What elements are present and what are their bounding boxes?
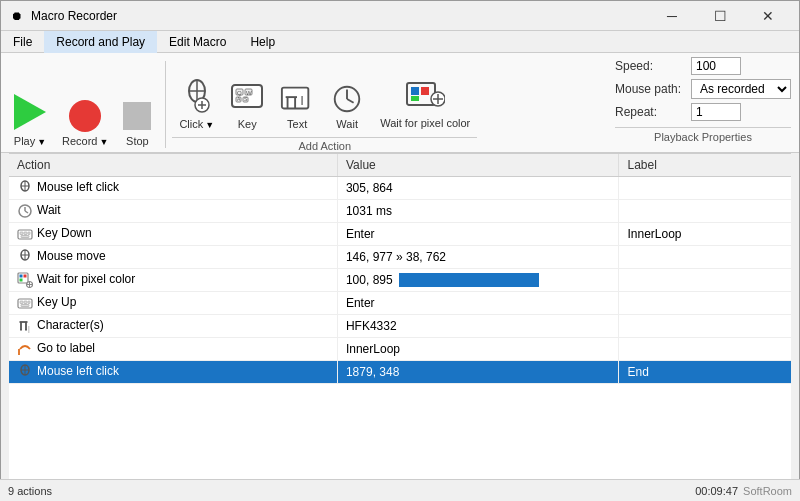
mouse-icon [17,364,33,380]
mouse-path-select[interactable]: As recorded Direct Curved [691,79,791,99]
color-bar [399,273,539,287]
svg-rect-41 [21,236,29,238]
table-row[interactable]: |Character(s)HFK4332 [9,315,791,338]
menu-help[interactable]: Help [238,31,287,53]
status-time-brand: 00:09:47 SoftRoom [695,485,792,497]
menu-edit-macro[interactable]: Edit Macro [157,31,238,53]
actions-count: 9 actions [8,485,52,497]
speed-label: Speed: [615,59,685,73]
play-dropdown-arrow: ▼ [37,137,46,147]
col-label: Label [619,154,791,177]
menu-file[interactable]: File [1,31,44,53]
click-dropdown-arrow: ▼ [205,120,214,130]
cell-action: Key Down [9,223,337,246]
svg-rect-46 [20,275,23,278]
record-label: Record [62,136,97,147]
table-row[interactable]: Key DownEnterInnerLoop [9,223,791,246]
record-dropdown-arrow: ▼ [99,137,108,147]
cell-action: Wait [9,200,337,223]
cell-value: 146, 977 » 38, 762 [337,246,619,269]
play-icon [14,90,46,134]
stop-button[interactable]: Stop [115,93,159,152]
cell-action: |Character(s) [9,315,337,338]
table-body: Mouse left click305, 864Wait1031 msKey D… [9,177,791,384]
click-label: Click [179,119,203,130]
mouse-path-row: Mouse path: As recorded Direct Curved [615,79,791,99]
svg-rect-47 [24,275,27,278]
mouse-path-label: Mouse path: [615,82,685,96]
click-icon [180,77,214,117]
cell-label [619,338,791,361]
status-time: 00:09:47 [695,485,738,497]
char-icon: | [17,318,33,334]
title-bar: ⏺ Macro Recorder ─ ☐ ✕ [1,1,799,31]
table-row[interactable]: Mouse left click305, 864 [9,177,791,200]
table-header: Action Value Label [9,154,791,177]
speed-input[interactable] [691,57,741,75]
repeat-input[interactable] [691,103,741,121]
wait-pixel-button[interactable]: Wait for pixel color [373,72,477,135]
maximize-button[interactable]: ☐ [697,1,743,31]
svg-rect-27 [411,96,419,101]
cell-label [619,246,791,269]
svg-rect-56 [21,305,29,307]
table-row[interactable]: Wait for pixel color100, 895 [9,269,791,292]
stop-label: Stop [126,136,149,147]
action-table: Action Value Label Mouse left click305, … [9,154,791,384]
keyboard-icon [17,226,33,242]
cell-label: End [619,361,791,384]
mouse-icon [17,180,33,196]
menu-record-play[interactable]: Record and Play [44,31,157,53]
cell-value: 1879, 348 [337,361,619,384]
svg-rect-48 [20,279,23,282]
record-icon [69,98,101,134]
col-value: Value [337,154,619,177]
table-row[interactable]: Key UpEnter [9,292,791,315]
cell-label [619,269,791,292]
svg-rect-54 [24,301,27,304]
cell-action: Wait for pixel color [9,269,337,292]
svg-rect-55 [28,301,30,304]
wait-pixel-icon [405,79,445,115]
table-row[interactable]: Wait1031 ms [9,200,791,223]
cell-value: 305, 864 [337,177,619,200]
cell-action: Mouse left click [9,177,337,200]
svg-rect-53 [20,301,23,304]
text-button[interactable]: | Text [273,72,321,135]
playback-properties-label: Playback Properties [615,127,791,143]
cell-value: InnerLoop [337,338,619,361]
svg-rect-40 [28,232,30,235]
svg-rect-26 [421,87,429,95]
svg-line-23 [347,99,354,103]
cell-label [619,177,791,200]
add-action-group: Click ▼ Q W [172,72,477,152]
record-button[interactable]: Record ▼ [55,93,115,152]
play-button[interactable]: Play ▼ [5,85,55,152]
add-action-label: Add Action [172,137,477,152]
svg-rect-25 [411,87,419,95]
cell-value: 100, 895 [337,269,619,292]
table-row[interactable]: Mouse left click1879, 348End [9,361,791,384]
add-action-buttons: Click ▼ Q W [172,72,477,135]
cell-label: InnerLoop [619,223,791,246]
table-row[interactable]: Mouse move146, 977 » 38, 762 [9,246,791,269]
cell-action: Key Up [9,292,337,315]
svg-rect-39 [24,232,27,235]
text-label: Text [287,119,307,130]
svg-text:|: | [28,325,30,333]
status-brand: SoftRoom [743,485,792,497]
key-button[interactable]: Q W A S Key [223,72,271,135]
minimize-button[interactable]: ─ [649,1,695,31]
svg-rect-38 [20,232,23,235]
repeat-row: Repeat: [615,103,791,121]
cell-label [619,315,791,338]
pixel-icon [17,272,33,288]
wait-button[interactable]: Wait [323,72,371,135]
cell-action: Mouse move [9,246,337,269]
click-button[interactable]: Click ▼ [172,72,221,135]
table-row[interactable]: Go to labelInnerLoop [9,338,791,361]
status-bar: 9 actions 00:09:47 SoftRoom [0,479,800,501]
wait-label: Wait [336,119,358,130]
wait-icon [330,81,364,117]
close-button[interactable]: ✕ [745,1,791,31]
